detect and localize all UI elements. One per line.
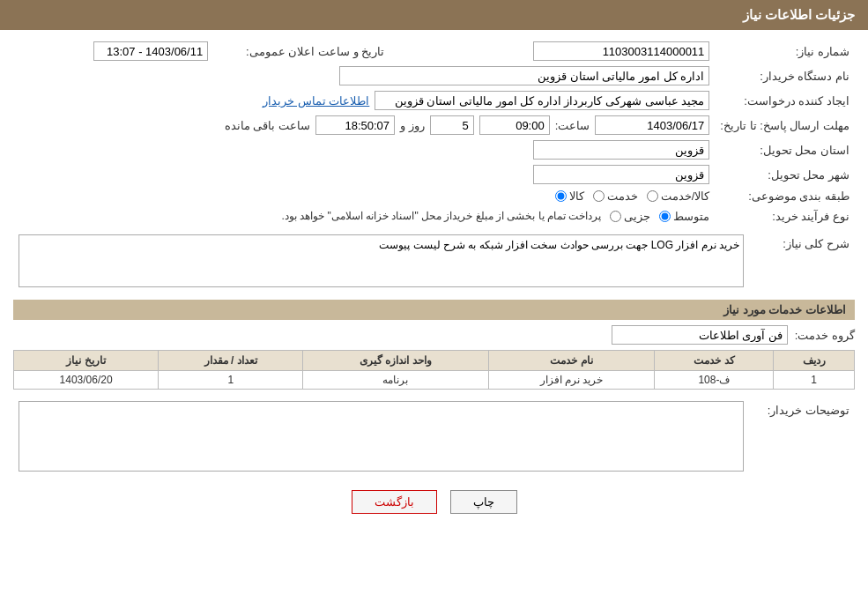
col-date: تاریخ نیاز bbox=[14, 351, 159, 371]
purchase-motavasset-radio[interactable] bbox=[659, 211, 671, 222]
category-field: کالا/خدمت خدمت کالا bbox=[13, 187, 715, 205]
cell-quantity: 1 bbox=[159, 371, 303, 390]
page-title: جزئیات اطلاعات نیاز bbox=[743, 7, 855, 22]
category-label: طبقه بندی موضوعی: bbox=[715, 187, 855, 205]
col-quantity: تعداد / مقدار bbox=[159, 351, 303, 371]
services-table: ردیف کد خدمت نام خدمت واحد اندازه گیری ت… bbox=[13, 350, 855, 390]
category-kala-option[interactable]: کالا bbox=[555, 189, 584, 203]
response-time-label: ساعت: bbox=[555, 119, 590, 132]
cell-service_name: خرید نرم افزار bbox=[488, 371, 655, 390]
delivery-city-field bbox=[13, 162, 715, 187]
buyer-desc-table: توضیحات خریدار: bbox=[13, 398, 855, 477]
description-textarea[interactable] bbox=[19, 234, 744, 287]
category-kala-khedmat-radio[interactable] bbox=[647, 190, 658, 202]
back-button[interactable]: بازگشت bbox=[352, 490, 437, 514]
response-deadline-label: مهلت ارسال پاسخ: تا تاریخ: bbox=[715, 113, 855, 137]
buyer-desc-label: توضیحات خریدار: bbox=[749, 398, 855, 477]
buyer-desc-field bbox=[13, 398, 749, 477]
category-kala-khedmat-label: کالا/خدمت bbox=[661, 189, 710, 203]
cell-date: 1403/06/20 bbox=[14, 371, 159, 390]
remaining-suffix: ساعت باقی مانده bbox=[225, 119, 310, 132]
col-service-code: کد خدمت bbox=[655, 351, 774, 371]
announcement-field bbox=[13, 39, 213, 63]
delivery-province-label: استان محل تحویل: bbox=[715, 137, 855, 162]
cell-row_num: 1 bbox=[774, 371, 855, 390]
group-row: گروه خدمت: bbox=[13, 325, 855, 345]
buyer-org-input[interactable] bbox=[339, 66, 709, 85]
announcement-input[interactable] bbox=[93, 41, 208, 61]
group-label: گروه خدمت: bbox=[795, 329, 855, 342]
cell-service_code: ف-108 bbox=[655, 371, 774, 390]
requester-field: اطلاعات تماس خریدار bbox=[13, 88, 715, 113]
purchase-note: پرداخت تمام یا بخشی از مبلغ خریداز محل "… bbox=[281, 208, 601, 224]
delivery-city-input[interactable] bbox=[533, 165, 709, 184]
buyer-org-field bbox=[13, 63, 715, 88]
delivery-province-input[interactable] bbox=[533, 140, 709, 160]
announcement-label: تاریخ و ساعت اعلان عمومی: bbox=[213, 39, 389, 63]
category-kala-khedmat-option[interactable]: کالا/خدمت bbox=[647, 189, 710, 203]
response-date-input[interactable] bbox=[595, 115, 709, 135]
response-time-input[interactable] bbox=[479, 115, 550, 135]
page-header: جزئیات اطلاعات نیاز bbox=[0, 0, 868, 30]
col-row-num: ردیف bbox=[774, 351, 855, 371]
services-section-title: اطلاعات خدمات مورد نیاز bbox=[13, 300, 855, 320]
category-khedmat-option[interactable]: خدمت bbox=[593, 189, 638, 203]
category-khedmat-label: خدمت bbox=[607, 189, 638, 203]
cell-unit: برنامه bbox=[303, 371, 488, 390]
main-content: شماره نیاز: تاریخ و ساعت اعلان عمومی: نا… bbox=[0, 30, 868, 536]
purchase-motavasset-option[interactable]: متوسط bbox=[659, 210, 709, 223]
delivery-province-field bbox=[13, 137, 715, 162]
need-number-field bbox=[416, 39, 715, 63]
footer-buttons: چاپ بازگشت bbox=[13, 490, 855, 514]
print-button[interactable]: چاپ bbox=[450, 490, 517, 514]
col-unit: واحد اندازه گیری bbox=[303, 351, 488, 371]
need-number-input[interactable] bbox=[533, 41, 709, 61]
purchase-type-label: نوع فرآیند خرید: bbox=[715, 205, 855, 227]
remaining-days-label: روز و bbox=[400, 119, 425, 132]
remaining-days-input[interactable] bbox=[430, 115, 474, 135]
buyer-desc-textarea[interactable] bbox=[19, 401, 744, 472]
category-kala-label: کالا bbox=[569, 189, 584, 203]
contact-link[interactable]: اطلاعات تماس خریدار bbox=[263, 94, 369, 108]
purchase-motavasset-label: متوسط bbox=[673, 210, 709, 223]
group-input[interactable] bbox=[612, 325, 788, 345]
purchase-jozi-option[interactable]: جزیی bbox=[610, 210, 650, 223]
purchase-jozi-label: جزیی bbox=[624, 210, 650, 223]
need-info-table: شماره نیاز: تاریخ و ساعت اعلان عمومی: نا… bbox=[13, 39, 855, 227]
buyer-org-label: نام دستگاه خریدار: bbox=[715, 63, 855, 88]
delivery-city-label: شهر محل تحویل: bbox=[715, 162, 855, 187]
page-wrapper: جزئیات اطلاعات نیاز شماره نیاز: تاریخ و … bbox=[0, 0, 868, 609]
response-deadline-field: ساعت: روز و ساعت باقی مانده bbox=[13, 113, 715, 137]
description-label: شرح کلی نیاز: bbox=[749, 232, 855, 293]
remaining-time-input[interactable] bbox=[315, 115, 395, 135]
requester-input[interactable] bbox=[375, 91, 709, 110]
requester-label: ایجاد کننده درخواست: bbox=[715, 88, 855, 113]
description-table: شرح کلی نیاز: bbox=[13, 232, 855, 293]
description-field bbox=[13, 232, 749, 293]
purchase-jozi-radio[interactable] bbox=[610, 211, 621, 222]
purchase-type-field: متوسط جزیی پرداخت تمام یا بخشی از مبلغ خ… bbox=[13, 205, 715, 227]
col-service-name: نام خدمت bbox=[488, 351, 655, 371]
category-kala-radio[interactable] bbox=[555, 190, 567, 202]
table-row: 1ف-108خرید نرم افزاربرنامه11403/06/20 bbox=[14, 371, 855, 390]
category-khedmat-radio[interactable] bbox=[593, 190, 605, 202]
need-number-label: شماره نیاز: bbox=[715, 39, 855, 63]
